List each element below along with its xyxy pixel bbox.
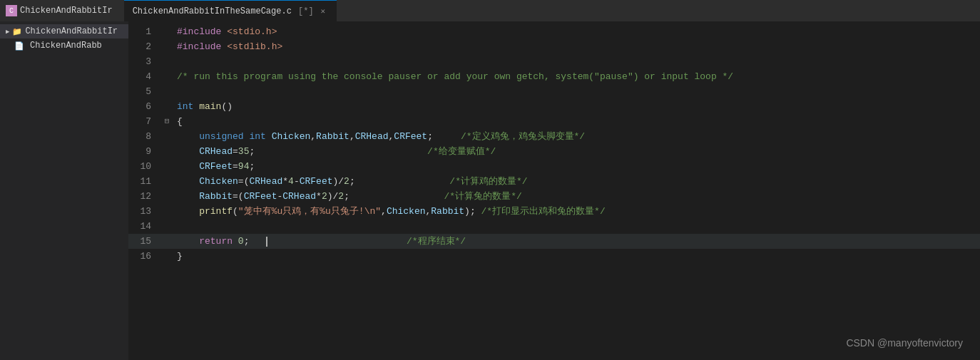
token-c-plain: ;: [349, 176, 449, 187]
code-line: 4/* run this program using the console p…: [128, 69, 980, 84]
line-content: Chicken=(CRHead*4-CRFeet)/2; /*计算鸡的数量*/: [174, 174, 980, 189]
line-number: 9: [128, 144, 160, 159]
line-number: 14: [128, 219, 160, 234]
main-area: ▶ 📁 ChickenAndRabbitIr 📄 ChickenAndRabb …: [0, 21, 980, 360]
code-line: 8 unsigned int Chicken,Rabbit,CRHead,CRF…: [128, 129, 980, 144]
token-c-number: 4: [288, 176, 294, 187]
line-content: CRHead=35; /*给变量赋值*/: [174, 144, 980, 159]
title-bar: C ChickenAndRabbitIr ChickenAndRabbitInT…: [0, 0, 980, 21]
token-c-plain: )/: [327, 191, 339, 202]
token-c-plain: )/: [333, 176, 344, 187]
token-c-plain: [177, 206, 199, 217]
file-icon: 📄: [14, 41, 24, 51]
token-c-comment: /* run this program using the console pa…: [177, 71, 733, 82]
token-c-comment: /*计算鸡的数量*/: [449, 176, 527, 187]
sidebar-file-item[interactable]: 📄 ChickenAndRabb: [0, 38, 128, 53]
token-c-plain: ;: [249, 161, 255, 172]
token-c-plain: [233, 236, 238, 247]
token-c-plain: {: [177, 116, 183, 127]
token-c-function: printf: [199, 206, 233, 217]
line-content: [174, 54, 980, 69]
line-number: 3: [128, 54, 160, 69]
code-line: 13 printf("笼中有%u只鸡，有%u只兔子!\n",Chicken,Ra…: [128, 204, 980, 219]
line-number: 5: [128, 84, 160, 99]
line-content: /* run this program using the console pa…: [174, 69, 980, 84]
token-c-plain: [177, 146, 199, 157]
token-c-plain: [177, 191, 199, 202]
token-c-number: 2: [322, 191, 327, 202]
token-c-plain: }: [177, 251, 183, 262]
token-c-number: 0: [238, 236, 244, 247]
line-number: 13: [128, 204, 160, 219]
token-c-preprocessor: #include: [177, 26, 221, 37]
line-content: printf("笼中有%u只鸡，有%u只兔子!\n",Chicken,Rabbi…: [174, 204, 980, 219]
token-c-plain: ;: [427, 131, 461, 142]
token-c-variable: Rabbit: [431, 206, 464, 217]
token-c-number: 94: [238, 161, 250, 172]
code-line: 11 Chicken=(CRHead*4-CRFeet)/2; /*计算鸡的数量…: [128, 174, 980, 189]
token-c-variable: Rabbit: [316, 131, 349, 142]
tab-filename: ChickenAndRabbitInTheSameCage.c [*]: [133, 6, 314, 16]
token-c-plain: *: [316, 191, 322, 202]
token-c-plain: [266, 131, 272, 142]
line-content: return 0; /*程序结束*/: [174, 234, 980, 249]
line-number: 16: [128, 249, 160, 264]
line-content: Rabbit=(CRFeet-CRHead*2)/2; /*计算兔的数量*/: [174, 189, 980, 204]
file-tab[interactable]: ChickenAndRabbitInTheSameCage.c [*] ✕: [124, 0, 337, 21]
token-c-plain: [177, 131, 199, 142]
token-c-comment: /*程序结束*/: [267, 236, 466, 247]
token-c-preprocessor: #include: [177, 41, 221, 52]
token-c-variable: CRHead: [355, 131, 389, 142]
line-number: 8: [128, 129, 160, 144]
token-c-number: 2: [344, 176, 349, 187]
code-line: 2#include <stdlib.h>: [128, 39, 980, 54]
token-c-plain: ,: [381, 206, 387, 217]
token-c-variable: Chicken: [272, 131, 311, 142]
line-content: [174, 84, 980, 99]
code-line: 16}: [128, 249, 980, 264]
code-line: 10 CRFeet=94;: [128, 159, 980, 174]
token-c-variable: Chicken: [199, 176, 238, 187]
token-c-comment: /*定义鸡兔，鸡兔头脚变量*/: [461, 131, 585, 142]
sidebar: ▶ 📁 ChickenAndRabbitIr 📄 ChickenAndRabb: [0, 21, 128, 360]
token-c-variable: Rabbit: [199, 191, 233, 202]
token-c-variable: CRFeet: [199, 161, 233, 172]
line-content: }: [174, 249, 980, 264]
line-content: {: [174, 114, 980, 129]
token-c-plain: [177, 176, 199, 187]
project-name: ChickenAndRabbitIr: [20, 6, 113, 16]
code-line: 1#include <stdio.h>: [128, 24, 980, 39]
token-c-comment: /*计算兔的数量*/: [444, 191, 522, 202]
token-c-plain: -: [294, 176, 300, 187]
token-c-plain: [177, 161, 199, 172]
watermark: CSDN @manyoftenvictory: [846, 337, 963, 349]
line-number: 12: [128, 189, 160, 204]
line-number: 4: [128, 69, 160, 84]
tab-close-button[interactable]: ✕: [318, 6, 328, 16]
code-line: 14: [128, 219, 980, 234]
token-c-plain: =: [233, 161, 238, 172]
code-line: 9 CRHead=35; /*给变量赋值*/: [128, 144, 980, 159]
sidebar-project-item[interactable]: ▶ 📁 ChickenAndRabbitIr: [0, 24, 128, 38]
token-c-keyword: int: [177, 101, 193, 112]
code-line: 15 return 0; /*程序结束*/: [128, 234, 980, 249]
sidebar-project-label: ChickenAndRabbitIr: [25, 26, 118, 36]
token-c-function: main: [199, 101, 221, 112]
code-editor[interactable]: 1#include <stdio.h>2#include <stdlib.h>3…: [128, 21, 980, 360]
token-c-plain: ;: [344, 191, 444, 202]
token-c-plain: ;: [249, 146, 427, 157]
token-c-comment: /*打印显示出鸡和兔的数量*/: [481, 206, 606, 217]
token-c-comment: /*给变量赋值*/: [427, 146, 496, 157]
token-c-plain: =(: [233, 191, 244, 202]
line-number: 15: [128, 234, 160, 249]
code-line: 7⊟{: [128, 114, 980, 129]
token-c-plain: ,: [349, 131, 355, 142]
token-c-variable: CRFeet: [300, 176, 333, 187]
token-c-plain: =(: [238, 176, 250, 187]
sidebar-file-label: ChickenAndRabb: [30, 41, 102, 51]
code-lines-container: 1#include <stdio.h>2#include <stdlib.h>3…: [128, 24, 980, 264]
token-c-plain: );: [464, 206, 481, 217]
token-c-number: 2: [338, 191, 344, 202]
line-gutter: ⊟: [160, 114, 174, 129]
line-number: 11: [128, 174, 160, 189]
